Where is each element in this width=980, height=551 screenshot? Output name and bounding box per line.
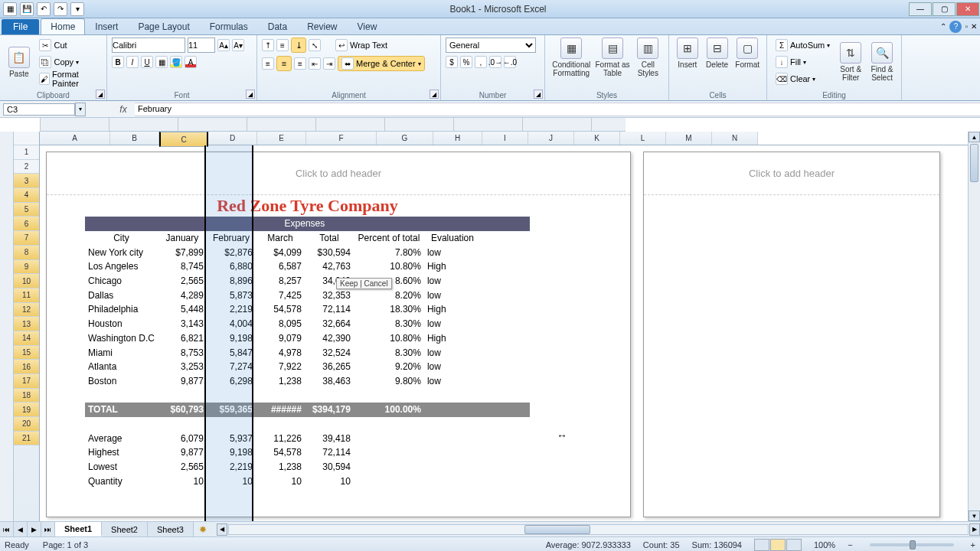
format-as-table-button[interactable]: ▤Format as Table [595, 37, 629, 77]
font-name-input[interactable] [112, 37, 185, 53]
align-middle-icon[interactable]: ≡ [276, 39, 289, 51]
row-header-9[interactable]: 9 [14, 260, 39, 275]
view-normal-button[interactable] [754, 539, 769, 551]
dec-decimal-icon[interactable]: ←.0 [504, 56, 516, 68]
select-all[interactable] [14, 132, 39, 145]
sort-filter-button[interactable]: ⇅Sort & Filter [836, 42, 865, 82]
view-page-break-button[interactable] [786, 539, 802, 551]
cell-styles-button[interactable]: ▥Cell Styles [632, 37, 664, 77]
row-header-6[interactable]: 6 [14, 217, 39, 231]
tab-nav-last[interactable]: ⏭ [41, 522, 55, 536]
hscroll-thumb[interactable] [524, 525, 590, 534]
col-header-G[interactable]: G [377, 132, 433, 145]
format-button[interactable]: ▢Format [733, 37, 762, 69]
row-header-1[interactable]: 1 [14, 145, 39, 160]
percent-icon[interactable]: % [460, 56, 472, 68]
minimize-button[interactable]: — [909, 2, 932, 16]
close-button[interactable]: ✕ [956, 2, 979, 16]
zoom-slider[interactable] [870, 543, 954, 546]
scroll-down-icon[interactable]: ▼ [969, 510, 980, 521]
minimize-ribbon-icon[interactable]: ⌃ [940, 22, 946, 31]
fill-color-button[interactable]: 🪣 [170, 56, 182, 68]
font-dialog-launcher[interactable]: ◢ [246, 90, 255, 99]
font-size-input[interactable] [188, 37, 215, 53]
align-right-icon[interactable]: ≡ [294, 57, 306, 70]
tab-insert[interactable]: Insert [85, 18, 128, 34]
vertical-scrollbar[interactable]: ▲ ▼ [968, 132, 980, 521]
col-header-I[interactable]: I [482, 132, 528, 145]
tab-nav-next[interactable]: ▶ [28, 522, 41, 536]
row-header-11[interactable]: 11 [14, 289, 39, 303]
col-header-C[interactable]: C [159, 132, 208, 147]
row-header-13[interactable]: 13 [14, 317, 39, 331]
close-mdi-icon[interactable]: ✕ [971, 22, 977, 31]
fill-button[interactable]: ↓Fill▾ [772, 54, 834, 70]
name-box[interactable]: C3 [3, 103, 75, 116]
col-header-L[interactable]: L [620, 132, 666, 145]
col-header-A[interactable]: A [40, 132, 110, 145]
cut-button[interactable]: ✂Cut [35, 37, 102, 53]
excel-icon[interactable]: ▦ [3, 2, 17, 16]
clipboard-dialog-launcher[interactable]: ◢ [96, 90, 105, 99]
tab-nav-prev[interactable]: ◀ [14, 522, 28, 536]
merge-center-button[interactable]: ⬌Merge & Center▾ [338, 56, 425, 71]
row-header-16[interactable]: 16 [14, 360, 39, 374]
qat-customize-icon[interactable]: ▾ [70, 2, 84, 16]
autosum-button[interactable]: ΣAutoSum▾ [772, 37, 834, 53]
row-header-12[interactable]: 12 [14, 303, 39, 318]
tab-view[interactable]: View [348, 18, 387, 34]
underline-button[interactable]: U [141, 56, 153, 68]
find-select-button[interactable]: 🔍Find & Select [867, 42, 897, 82]
maximize-button[interactable]: ▢ [933, 2, 956, 16]
accounting-icon[interactable]: $ [446, 56, 458, 68]
sheet-tab-3[interactable]: Sheet3 [148, 522, 194, 536]
border-button[interactable]: ▦ [155, 56, 168, 68]
row-header-20[interactable]: 20 [14, 417, 39, 432]
shrink-font-icon[interactable]: A▾ [232, 39, 244, 51]
italic-button[interactable]: I [126, 56, 139, 68]
col-header-D[interactable]: D [208, 132, 257, 145]
view-page-layout-button[interactable] [770, 539, 786, 551]
align-center-icon[interactable]: ≡ [276, 56, 292, 71]
formula-input[interactable]: February [135, 103, 980, 116]
col-header-B[interactable]: B [110, 132, 159, 145]
help-icon[interactable]: ? [949, 21, 962, 33]
row-header-10[interactable]: 10 [14, 274, 39, 289]
tab-review[interactable]: Review [297, 18, 347, 34]
col-header-H[interactable]: H [433, 132, 482, 145]
alignment-dialog-launcher[interactable]: ◢ [430, 90, 439, 99]
new-sheet-button[interactable]: ✸ [194, 522, 212, 536]
name-box-dropdown[interactable]: ▾ [75, 103, 86, 116]
row-header-21[interactable]: 21 [14, 432, 39, 446]
zoom-in-button[interactable]: + [971, 540, 975, 549]
insert-button[interactable]: ⊞Insert [674, 37, 701, 69]
scroll-left-icon[interactable]: ◀ [217, 523, 227, 536]
tab-nav-first[interactable]: ⏮ [0, 522, 14, 536]
align-bottom-icon[interactable]: ⤓ [291, 37, 306, 53]
row-header-4[interactable]: 4 [14, 188, 39, 203]
col-header-N[interactable]: N [712, 132, 758, 145]
row-header-7[interactable]: 7 [14, 231, 39, 246]
align-top-icon[interactable]: ⤒ [262, 39, 274, 51]
col-header-F[interactable]: F [306, 132, 377, 145]
inc-decimal-icon[interactable]: .0→ [489, 56, 501, 68]
indent-dec-icon[interactable]: ⇤ [309, 57, 321, 70]
conditional-formatting-button[interactable]: ▦Conditional Formatting [550, 37, 593, 77]
format-painter-button[interactable]: 🖌Format Painter [35, 71, 102, 86]
paste-options-popup[interactable]: Keep | Cancel [336, 278, 392, 289]
tab-page-layout[interactable]: Page Layout [128, 18, 199, 34]
sheet-tab-1[interactable]: Sheet1 [55, 522, 102, 536]
scroll-up-icon[interactable]: ▲ [969, 132, 980, 142]
delete-button[interactable]: ⊟Delete [704, 37, 731, 69]
clear-button[interactable]: ⌫Clear▾ [772, 71, 834, 86]
row-header-18[interactable]: 18 [14, 389, 39, 403]
row-header-5[interactable]: 5 [14, 203, 39, 217]
col-header-K[interactable]: K [574, 132, 620, 145]
row-header-2[interactable]: 2 [14, 160, 39, 174]
paste-button[interactable]: 📋 Paste [5, 47, 33, 78]
row-header-3[interactable]: 3 [14, 174, 39, 188]
number-dialog-launcher[interactable]: ◢ [534, 90, 543, 99]
restore-mdi-icon[interactable]: ▫ [965, 22, 968, 31]
horizontal-scrollbar[interactable]: ◀ ▶ [217, 522, 980, 536]
sheet-tab-2[interactable]: Sheet2 [102, 522, 148, 536]
